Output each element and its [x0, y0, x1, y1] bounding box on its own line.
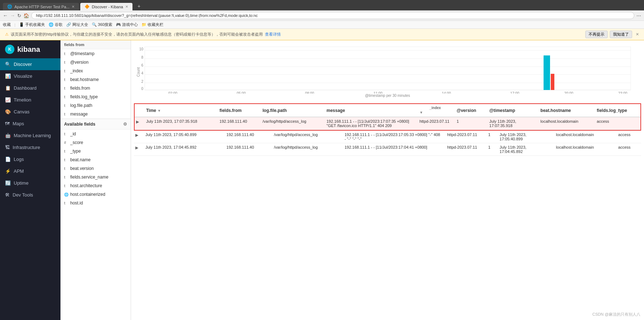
field-item-fields-log-type[interactable]: t fields.log_type — [60, 93, 131, 101]
refresh-button[interactable]: ↻ — [17, 13, 21, 18]
avail-field-host-arch[interactable]: t host.architecture — [60, 181, 131, 190]
avail-field-beat-version[interactable]: t beat.version — [60, 164, 131, 173]
expand-button-2[interactable]: ▶ — [135, 133, 138, 138]
field-type-timestamp: t — [64, 52, 68, 56]
tab-close-2[interactable]: ✕ — [125, 5, 128, 9]
bookmark-5[interactable]: 🔍 360搜索 — [92, 22, 112, 27]
field-item-fields-from[interactable]: t fields.from — [60, 84, 131, 93]
th-time[interactable]: Time ▼ — [143, 104, 217, 117]
index-cell-3: httpd-2023.07.11 — [444, 143, 485, 156]
field-item-version[interactable]: t @version — [60, 58, 131, 67]
back-button[interactable]: ← — [3, 13, 8, 18]
sidebar-item-logs[interactable]: 📄 Logs — [0, 153, 60, 165]
canvas-label: Canvas — [14, 109, 30, 114]
svg-rect-15 — [551, 74, 554, 90]
avail-field-type-host-arch: t — [64, 184, 68, 188]
sidebar-item-devtools[interactable]: 🛠 Dev Tools — [0, 189, 60, 201]
th-message[interactable]: message — [324, 104, 416, 117]
uptime-icon: 🔄 — [5, 180, 11, 186]
th-fields-log-type[interactable]: fields.log_type — [594, 104, 640, 117]
field-item-message[interactable]: t message — [60, 110, 131, 118]
field-item-beat-hostname[interactable]: t beat.hostname — [60, 75, 131, 84]
bookmark-2[interactable]: 📱 手机收藏夹 — [19, 22, 45, 27]
selected-fields-label: fields from — [64, 42, 84, 47]
sidebar-item-canvas[interactable]: 🎨 Canvas — [0, 106, 60, 118]
table-row-1-highlighted: ▶ July 11th 2023, 17:07:35.918 192.168.1… — [135, 117, 640, 130]
sidebar-item-timelion[interactable]: 📈 Timelion — [0, 94, 60, 106]
th-timestamp[interactable]: @timestamp — [486, 104, 537, 117]
warning-link[interactable]: 查看详情 — [265, 32, 281, 37]
svg-text:4: 4 — [141, 71, 143, 75]
field-item-timestamp[interactable]: t @timestamp — [60, 49, 131, 58]
bookmark-6[interactable]: 🎮 游戏中心 — [116, 22, 138, 27]
discover-label: Discover — [14, 62, 32, 67]
th-version[interactable]: @version — [454, 104, 486, 117]
avail-field-service-name[interactable]: t fields.service_name — [60, 173, 131, 181]
bookmark-4[interactable]: 🔗 网址大全 — [66, 22, 88, 27]
sidebar-item-uptime[interactable]: 🔄 Uptime — [0, 177, 60, 189]
beat-hostname-cell-2: localhost.localdomain — [553, 131, 616, 143]
sidebar-item-ml[interactable]: 🤖 Machine Learning — [0, 130, 60, 141]
chart-area: 10 8 6 4 2 0 Count — [131, 40, 644, 103]
sidebar-item-infrastructure[interactable]: 🏗 Infrastructure — [0, 141, 60, 153]
expand-cell-3[interactable]: ▶ — [134, 143, 143, 156]
field-item-index[interactable]: t _index — [60, 67, 131, 75]
tab-active[interactable]: 🔶 Discover - Kibana ✕ — [80, 3, 132, 10]
logs-icon: 📄 — [5, 157, 11, 162]
avail-field-type[interactable]: t _type — [60, 147, 131, 156]
bookmark-separator-1: | — [14, 23, 15, 27]
avail-field-host-containerized[interactable]: 🌐 host.containerized — [60, 190, 131, 199]
field-name-fields-from: fields.from — [70, 86, 90, 91]
warning-icon: ⚠ — [5, 32, 9, 37]
browser-menu-button[interactable]: ⋯ — [636, 13, 641, 18]
fields-from-cell-1: 192.168.111.40 — [217, 117, 260, 130]
ml-icon: 🤖 — [5, 133, 11, 138]
address-bar[interactable]: http://192.168.111.10:5601/app/kibana#/d… — [31, 12, 634, 19]
avail-field-name-host-containerized: host.containerized — [70, 192, 105, 197]
avail-field-beat-name[interactable]: t beat.name — [60, 156, 131, 164]
bookmark-7[interactable]: 📁 收藏夹栏 — [141, 22, 163, 27]
dashboard-label: Dashboard — [14, 85, 37, 91]
avail-field-score[interactable]: # _score — [60, 138, 131, 147]
beat-hostname-cell-3: localhost.localdomain — [553, 143, 616, 156]
log-file-path-col-label: log.file.path — [262, 108, 287, 113]
avail-field-host-id[interactable]: t host.id — [60, 199, 131, 207]
expand-cell-1[interactable]: ▶ — [135, 117, 143, 130]
tab-inactive[interactable]: 🌐 Apache HTTP Server Test Pa... ✕ — [3, 3, 79, 10]
tab-close-1[interactable]: ✕ — [72, 5, 75, 9]
sidebar-item-visualize[interactable]: 📊 Visualize — [0, 70, 60, 82]
sidebar-item-discover[interactable]: 🔍 Discover — [0, 58, 60, 70]
avail-field-type-beat-name: t — [64, 158, 68, 162]
th-index[interactable]: _index ▼ — [416, 104, 454, 117]
new-tab-button[interactable]: + — [134, 2, 144, 10]
avail-field-name-host-id: host.id — [70, 200, 83, 206]
fields-log-type-col-label: fields.log_type — [597, 108, 627, 113]
no-remind-button[interactable]: 不再提示 — [585, 31, 608, 38]
expand-button-1[interactable]: ▶ — [136, 120, 139, 124]
bookmark-1[interactable]: 收藏 — [3, 22, 11, 27]
sidebar-item-dashboard[interactable]: 📋 Dashboard — [0, 82, 60, 94]
bookmarks-bar: 收藏 | 📱 手机收藏夹 🌐 谷歌 🔗 网址大全 🔍 360搜索 🎮 游戏中心 … — [0, 21, 644, 29]
expand-button-3[interactable]: ▶ — [135, 145, 138, 150]
th-beat-hostname[interactable]: beat.hostname — [537, 104, 594, 117]
svg-text:10: 10 — [139, 47, 144, 51]
time-cell-1: July 11th 2023, 17:07:35.918 — [143, 117, 217, 130]
field-item-log-file-path[interactable]: t log.file.path — [60, 101, 131, 110]
index-sort-arrow: ▼ — [419, 111, 423, 114]
time-sort-arrow: ▼ — [157, 109, 161, 113]
beat-hostname-col-label: beat.hostname — [540, 108, 571, 113]
i-know-button[interactable]: 我知道了 — [610, 31, 632, 38]
bookmark-3[interactable]: 🌐 谷歌 — [49, 22, 63, 27]
th-log-file-path[interactable]: log.file.path — [260, 104, 324, 117]
expand-cell-2[interactable]: ▶ — [134, 131, 143, 143]
sidebar-item-maps[interactable]: 🗺 Maps — [0, 118, 60, 130]
sidebar: K kibana 🔍 Discover 📊 Visualize 📋 Dashbo… — [0, 40, 60, 320]
th-fields-from[interactable]: fields.from — [217, 104, 260, 117]
settings-gear-icon[interactable]: ⚙ — [123, 122, 127, 127]
forward-button[interactable]: → — [10, 13, 15, 18]
home-button[interactable]: 🏠 — [23, 13, 29, 18]
avail-field-id[interactable]: t _id — [60, 130, 131, 138]
sidebar-item-apm[interactable]: ⚡ APM — [0, 165, 60, 177]
warning-close-icon[interactable]: ✕ — [636, 32, 639, 37]
svg-text:08:00: 08:00 — [305, 91, 314, 94]
